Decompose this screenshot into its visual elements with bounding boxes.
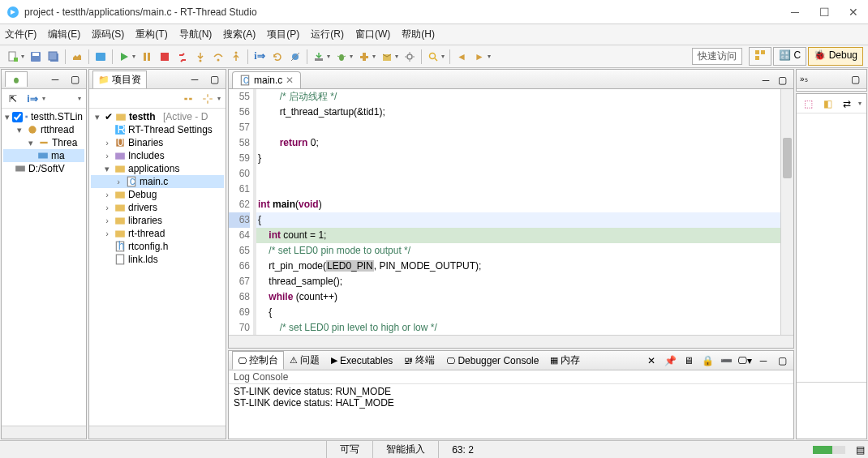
packages-button[interactable]	[379, 49, 395, 65]
download-button[interactable]	[311, 49, 327, 65]
step-mode-icon[interactable]: i⇒	[24, 91, 41, 107]
svg-point-31	[28, 126, 36, 133]
maximize-icon[interactable]: ▢	[774, 353, 790, 369]
menu-search[interactable]: 搜索(A)	[223, 28, 256, 41]
menu-run[interactable]: 运行(R)	[311, 28, 344, 41]
tree-drivers[interactable]: ›drivers	[91, 201, 224, 214]
menu-project[interactable]: 项目(P)	[267, 28, 299, 41]
close-tab-icon[interactable]: ✕	[286, 75, 294, 86]
tab-problems[interactable]: ⚠ 问题	[284, 351, 325, 370]
minimize-icon[interactable]: ─	[47, 71, 63, 88]
tab-console[interactable]: 🖵 控制台	[232, 351, 284, 370]
build-button[interactable]	[69, 49, 85, 65]
menu-window[interactable]: 窗口(W)	[355, 28, 390, 41]
console-clear-icon[interactable]: ✕	[643, 353, 660, 369]
quick-access[interactable]: 快速访问	[692, 48, 742, 65]
minimize-icon[interactable]: ─	[758, 72, 774, 88]
console-pin-icon[interactable]: 📌	[662, 353, 678, 369]
h-scrollbar[interactable]	[89, 426, 226, 439]
menu-refactor[interactable]: 重构(T)	[135, 28, 167, 41]
close-button[interactable]: ✕	[845, 6, 862, 19]
terminal-button[interactable]	[92, 49, 109, 65]
skip-breakpoints-button[interactable]	[287, 49, 303, 65]
debug-tree-process[interactable]: ▾rtthread	[3, 123, 84, 136]
stop-button[interactable]	[157, 49, 173, 65]
maximize-button[interactable]: ☐	[816, 6, 832, 19]
console-output[interactable]: ST-LINK device status: RUN_MODE ST-LINK …	[229, 384, 793, 439]
step-over-button[interactable]	[210, 49, 226, 65]
step-return-button[interactable]	[228, 49, 244, 65]
tab-debugger-console[interactable]: 🖵 Debugger Console	[440, 353, 544, 369]
step-into-button[interactable]	[192, 49, 208, 65]
menu-source[interactable]: 源码(S)	[92, 28, 124, 41]
tree-main-c[interactable]: ›cmain.c	[91, 175, 224, 188]
tree-rt-thread[interactable]: ›rt-thread	[91, 227, 224, 240]
minimize-icon[interactable]: ─	[187, 71, 203, 88]
settings-button[interactable]	[402, 49, 418, 65]
tab-executables[interactable]: ▶ Executables	[325, 353, 398, 369]
maximize-icon[interactable]: ▢	[67, 71, 83, 88]
debug-button[interactable]	[333, 49, 350, 65]
tree-binaries[interactable]: ›01Binaries	[91, 136, 224, 149]
build-tools-button[interactable]	[356, 49, 372, 65]
run-button[interactable]	[116, 49, 132, 65]
pause-button[interactable]	[139, 49, 155, 65]
tree-rt-settings[interactable]: RTRT-Thread Settings	[91, 123, 224, 136]
save-button[interactable]	[28, 49, 44, 65]
outline-link-icon[interactable]: ⇄	[839, 96, 855, 112]
menu-navigate[interactable]: 导航(N)	[179, 28, 213, 41]
maximize-icon[interactable]: ▢	[774, 72, 790, 88]
console-display-icon[interactable]: 🖥	[681, 353, 697, 369]
svg-rect-6	[49, 52, 57, 60]
menu-edit[interactable]: 编辑(E)	[48, 28, 80, 41]
tree-rtconfig-h[interactable]: hrtconfig.h	[91, 240, 224, 253]
debug-view-tab[interactable]	[5, 71, 28, 87]
outline-hide-icon[interactable]: ◧	[819, 96, 836, 112]
open-perspective-button[interactable]	[749, 47, 771, 66]
new-button[interactable]	[5, 49, 21, 65]
code-editor[interactable]: 55565758596061626364656667686970 /* 启动线程…	[229, 89, 793, 335]
tree-debug[interactable]: ›Debug	[91, 188, 224, 201]
tree-applications[interactable]: ▾applications	[91, 162, 224, 175]
project-explorer-tab[interactable]: 📁 项目资	[92, 71, 147, 88]
restart-button[interactable]	[269, 49, 286, 65]
console-scroll-lock-icon[interactable]: 🔒	[699, 353, 715, 369]
tab-memory[interactable]: ▦ 内存	[544, 351, 586, 370]
console-open-icon[interactable]: 🖵▾	[737, 353, 753, 369]
collapse-all-icon[interactable]: ⇱	[5, 91, 21, 107]
minimize-button[interactable]: ─	[787, 6, 803, 19]
save-all-button[interactable]	[45, 49, 62, 65]
minimize-icon[interactable]: ─	[755, 353, 771, 369]
restore-icon[interactable]: ▢	[847, 71, 863, 88]
console-remove-icon[interactable]: ➖	[718, 353, 734, 369]
debug-tree-thread[interactable]: ▾Threa	[3, 136, 84, 149]
tab-terminal[interactable]: 🖳 终端	[398, 351, 440, 370]
debug-tree-gdb[interactable]: D:/SoftV	[3, 162, 84, 175]
perspective-c[interactable]: 🔠 C	[773, 47, 806, 66]
focus-icon[interactable]	[200, 91, 216, 107]
instruction-step-button[interactable]: i⇒	[251, 49, 268, 65]
menu-file[interactable]: 文件(F)	[5, 28, 37, 41]
progress-details-icon[interactable]: ▤	[852, 442, 868, 458]
debug-tree-frame[interactable]: ma	[3, 149, 84, 162]
search-button[interactable]	[425, 49, 441, 65]
debug-tree-root[interactable]: ▾testth.STLin	[3, 110, 84, 123]
disconnect-button[interactable]	[174, 49, 191, 65]
v-scrollbar[interactable]	[780, 89, 793, 335]
launch-checkbox[interactable]	[12, 112, 23, 122]
nav-back-button[interactable]: ◄	[453, 49, 470, 65]
show-views-icon[interactable]: »₅	[800, 75, 808, 83]
link-editor-icon[interactable]	[180, 91, 196, 107]
nav-forward-button[interactable]: ►	[471, 49, 488, 65]
maximize-icon[interactable]: ▢	[206, 71, 222, 88]
menu-help[interactable]: 帮助(H)	[402, 28, 435, 41]
tree-libraries[interactable]: ›libraries	[91, 214, 224, 227]
perspective-debug[interactable]: 🐞 Debug	[808, 47, 863, 66]
tree-includes[interactable]: ›Includes	[91, 149, 224, 162]
editor-h-scrollbar[interactable]	[229, 335, 793, 348]
editor-tab-main-c[interactable]: c main.c ✕	[232, 71, 301, 88]
tree-link-lds[interactable]: link.lds	[91, 253, 224, 266]
tree-project-root[interactable]: ▾✔testth [Active - D	[91, 110, 224, 123]
h-scrollbar[interactable]	[2, 426, 86, 439]
outline-sort-icon[interactable]: ⬚	[800, 96, 816, 112]
